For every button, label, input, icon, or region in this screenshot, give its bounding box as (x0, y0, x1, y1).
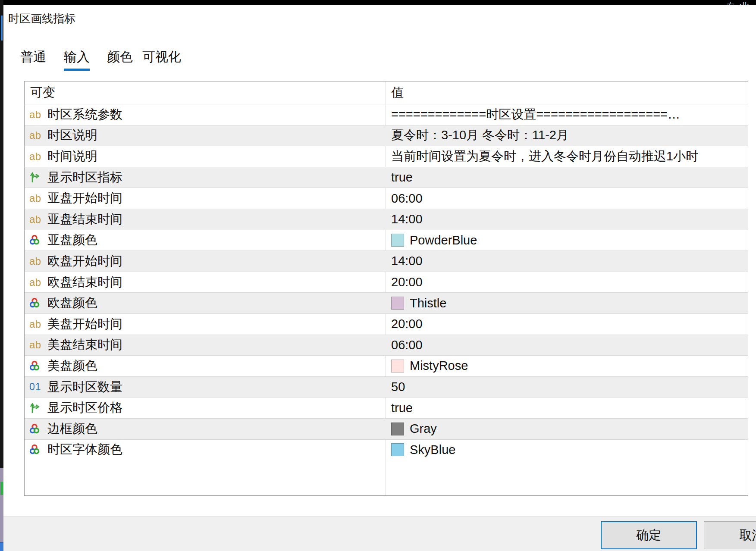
value-cell[interactable]: MistyRose (386, 356, 748, 376)
value-cell[interactable]: 06:00 (386, 188, 748, 209)
param-label: 美盘开始时间 (47, 316, 122, 333)
param-label: 时间说明 (47, 148, 97, 165)
tab-colors[interactable]: 颜色 (107, 48, 133, 69)
variable-cell: ab欧盘开始时间 (25, 251, 386, 272)
string-param-icon: ab (29, 150, 44, 163)
variable-cell: ab时区系统参数 (25, 104, 386, 125)
string-param-icon: ab (29, 276, 44, 288)
tab-inputs[interactable]: 输入 (64, 48, 90, 71)
value-cell[interactable]: PowderBlue (386, 230, 748, 251)
param-value: 06:00 (391, 338, 423, 352)
table-row[interactable]: ab美盘结束时间06:00 (25, 335, 748, 356)
indicator-settings-dialog: 时区画线指标 普通 输入 颜色 可视化 可变 值 ab时区系统参数=======… (3, 5, 756, 551)
value-cell[interactable]: 14:00 (386, 251, 748, 272)
value-cell[interactable]: 当前时间设置为夏令时，进入冬令时月份自动推迟1小时 (386, 146, 748, 167)
cancel-button[interactable]: 取消 (704, 521, 756, 549)
background-edge-artifact (0, 482, 3, 495)
value-cell[interactable]: true (386, 398, 748, 418)
value-cell[interactable]: 14:00 (386, 209, 748, 230)
table-row[interactable]: ab亚盘结束时间14:00 (25, 209, 748, 230)
param-value: 20:00 (391, 317, 423, 331)
param-value: 当前时间设置为夏令时，进入冬令时月份自动推迟1小时 (391, 148, 698, 165)
string-param-icon: ab (29, 192, 44, 204)
table-row[interactable]: 边框颜色Gray (25, 418, 748, 439)
param-label: 时区说明 (47, 127, 97, 144)
string-param-icon: ab (29, 129, 44, 141)
tab-common[interactable]: 普通 (20, 48, 46, 69)
param-label: 亚盘结束时间 (47, 211, 122, 228)
column-header-variable: 可变 (25, 84, 386, 101)
ok-button[interactable]: 确定 (601, 521, 697, 549)
value-cell[interactable]: 20:00 (386, 272, 748, 293)
color-wheel-icon (29, 444, 44, 455)
color-swatch (391, 423, 404, 435)
param-value: 14:00 (391, 212, 423, 226)
background-edge-artifact (1, 16, 3, 41)
param-label: 欧盘开始时间 (47, 253, 122, 270)
param-label: 美盘颜色 (47, 357, 97, 375)
param-value: 50 (391, 380, 405, 394)
param-label: 亚盘开始时间 (47, 190, 122, 207)
table-row[interactable]: 显示时区指标true (25, 167, 748, 188)
param-label: 显示时区数量 (47, 379, 122, 396)
table-header-row: 可变 值 (25, 81, 748, 104)
variable-cell: ab时间说明 (25, 146, 386, 167)
param-label: 显示时区价格 (47, 399, 122, 416)
string-param-icon: ab (29, 255, 44, 267)
param-value: PowderBlue (410, 233, 477, 247)
value-cell[interactable]: 50 (386, 377, 748, 398)
color-swatch (391, 443, 404, 456)
value-cell[interactable]: 20:00 (386, 314, 748, 335)
param-label: 显示时区指标 (47, 169, 122, 186)
color-wheel-icon (29, 423, 44, 435)
column-header-value: 值 (386, 84, 404, 101)
color-swatch (391, 297, 404, 310)
variable-cell: 时区字体颜色 (25, 440, 386, 460)
string-param-icon: ab (29, 318, 44, 330)
param-value: Thistle (410, 296, 446, 310)
param-label: 欧盘结束时间 (47, 274, 122, 291)
screen: { "window": { "title": "时区画线指标" }, "top_… (0, 0, 756, 551)
value-cell[interactable]: true (386, 167, 748, 188)
table-row[interactable]: 01显示时区数量50 (25, 376, 748, 398)
table-row[interactable]: ab欧盘结束时间20:00 (25, 272, 748, 293)
value-cell[interactable]: 06:00 (386, 335, 748, 356)
param-value: =============时区设置==================… (391, 106, 680, 123)
param-label: 欧盘颜色 (47, 294, 97, 312)
color-wheel-icon (29, 360, 44, 372)
background-edge-artifact (0, 468, 3, 542)
table-row[interactable]: ab美盘开始时间20:00 (25, 313, 748, 335)
variable-cell: 显示时区指标 (25, 167, 386, 188)
color-swatch (391, 234, 404, 247)
table-row[interactable]: 欧盘颜色Thistle (25, 292, 748, 313)
table-row[interactable]: ab时区系统参数=============时区设置===============… (25, 104, 748, 125)
param-label: 时区系统参数 (47, 106, 122, 123)
table-row[interactable]: ab亚盘开始时间06:00 (25, 188, 748, 209)
variable-cell: 亚盘颜色 (25, 230, 386, 251)
value-cell[interactable]: 夏令时：3-10月 冬令时：11-2月 (386, 125, 748, 146)
boolean-arrow-icon (29, 402, 44, 414)
table-row[interactable]: ab时区说明夏令时：3-10月 冬令时：11-2月 (25, 125, 748, 146)
variable-cell: 01显示时区数量 (25, 377, 386, 398)
tab-visualization[interactable]: 可视化 (142, 48, 181, 69)
value-cell[interactable]: =============时区设置==================… (386, 104, 748, 125)
table-row[interactable]: 美盘颜色MistyRose (25, 355, 748, 376)
color-wheel-icon (29, 297, 44, 309)
value-cell[interactable]: Thistle (386, 293, 748, 313)
table-row[interactable]: ab时间说明当前时间设置为夏令时，进入冬令时月份自动推迟1小时 (25, 146, 748, 167)
variable-cell: 美盘颜色 (25, 356, 386, 376)
param-value: SkyBlue (410, 443, 455, 457)
variable-cell: ab美盘开始时间 (25, 314, 386, 335)
param-label: 美盘结束时间 (47, 336, 122, 354)
table-row[interactable]: 显示时区价格true (25, 397, 748, 418)
param-value: 20:00 (391, 275, 423, 289)
string-param-icon: ab (29, 213, 44, 225)
variable-cell: ab亚盘开始时间 (25, 188, 386, 209)
table-row[interactable]: 亚盘颜色PowderBlue (25, 230, 748, 251)
value-cell[interactable]: SkyBlue (386, 440, 748, 460)
table-row[interactable]: 时区字体颜色SkyBlue (25, 439, 748, 460)
value-cell[interactable]: Gray (386, 419, 748, 439)
table-row[interactable]: ab欧盘开始时间14:00 (25, 250, 748, 272)
param-table-body: ab时区系统参数=============时区设置===============… (25, 104, 748, 460)
param-label: 边框颜色 (47, 420, 97, 438)
